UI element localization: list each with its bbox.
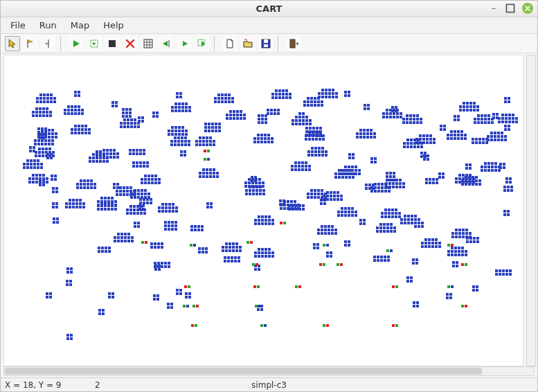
grid-icon[interactable] <box>141 36 156 51</box>
work-area <box>1 53 537 366</box>
svg-rect-11 <box>264 44 268 47</box>
stop-icon[interactable] <box>105 36 120 51</box>
toolbar <box>1 34 537 53</box>
svg-rect-5 <box>109 40 116 47</box>
select-tool-icon[interactable] <box>5 36 20 51</box>
step-icon[interactable] <box>87 36 102 51</box>
hscroll-thumb[interactable] <box>5 368 482 375</box>
vertical-scrollbar[interactable] <box>526 55 536 366</box>
horizontal-scrollbar[interactable] <box>3 366 535 376</box>
menu-file[interactable]: File <box>5 19 31 32</box>
open-file-icon[interactable] <box>240 36 255 51</box>
menu-run[interactable]: Run <box>34 19 62 32</box>
maximize-button[interactable] <box>505 3 515 13</box>
delete-icon[interactable] <box>123 36 138 51</box>
svg-rect-10 <box>264 39 268 43</box>
svg-rect-0 <box>506 4 514 12</box>
close-button[interactable] <box>522 3 533 14</box>
status-number: 2 <box>95 380 116 390</box>
canvas-viewport[interactable] <box>3 55 523 366</box>
status-name: simpl-c3 <box>251 380 287 390</box>
menu-help[interactable]: Help <box>98 19 129 32</box>
flag-tool-icon[interactable] <box>23 36 38 51</box>
menu-map[interactable]: Map <box>65 19 95 32</box>
new-file-icon[interactable] <box>222 36 237 51</box>
toolbar-separator <box>278 36 282 51</box>
window-title: CART <box>256 3 283 14</box>
play-icon[interactable] <box>69 36 84 51</box>
status-bar: X = 18, Y = 9 2 simpl-c3 <box>1 377 537 391</box>
minimize-button[interactable]: – <box>489 3 499 13</box>
menu-bar: File Run Map Help <box>1 17 537 34</box>
nav-left-icon[interactable] <box>177 36 192 51</box>
svg-rect-12 <box>290 39 295 48</box>
title-bar: CART – <box>1 1 537 17</box>
anchor-tool-icon[interactable] <box>41 36 56 51</box>
save-file-icon[interactable] <box>258 36 274 51</box>
status-coords: X = 18, Y = 9 <box>5 380 67 390</box>
toolbar-separator <box>60 36 64 51</box>
svg-rect-6 <box>144 39 152 48</box>
exit-icon[interactable] <box>286 36 301 51</box>
toolbar-separator <box>214 36 218 51</box>
map-canvas[interactable] <box>4 55 520 360</box>
nav-right-icon[interactable] <box>159 36 174 51</box>
goto-icon[interactable] <box>195 36 210 51</box>
